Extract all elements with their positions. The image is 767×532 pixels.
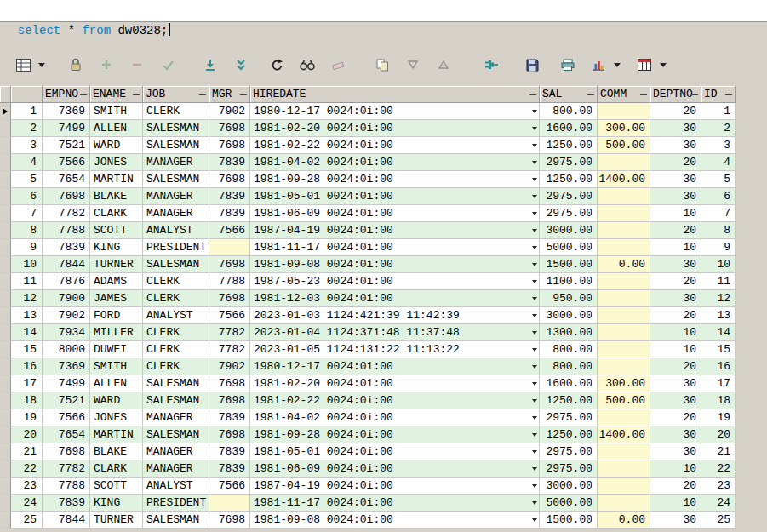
row-number[interactable]: 8 xyxy=(11,222,43,239)
cell-sal[interactable]: 1500.00 xyxy=(540,512,598,529)
cell-id[interactable]: 16 xyxy=(701,358,736,375)
cell-comm[interactable] xyxy=(598,222,650,239)
date-dropdown-icon[interactable] xyxy=(532,297,537,300)
date-dropdown-icon[interactable] xyxy=(532,229,537,232)
cell-mgr[interactable]: 7698 xyxy=(209,426,250,443)
column-resize-grip[interactable] xyxy=(133,94,140,95)
cell-id[interactable]: 5 xyxy=(701,171,736,188)
cell-comm[interactable]: 500.00 xyxy=(598,137,650,154)
row-indicator[interactable] xyxy=(0,120,11,137)
cell-mgr[interactable]: 7698 xyxy=(209,120,250,137)
cell-empno[interactable]: 7566 xyxy=(43,154,90,171)
cell-sal[interactable]: 2975.00 xyxy=(540,188,598,205)
cell-job[interactable]: CLERK xyxy=(143,273,209,290)
row-number[interactable]: 18 xyxy=(11,392,43,409)
cell-sal[interactable]: 800.00 xyxy=(540,358,598,375)
cell-comm[interactable] xyxy=(598,154,650,171)
cell-id[interactable]: 6 xyxy=(701,188,736,205)
cell-ename[interactable]: MARTIN xyxy=(90,171,143,188)
date-dropdown-icon[interactable] xyxy=(532,416,537,420)
cell-job[interactable]: CLERK xyxy=(143,358,209,375)
column-header-job[interactable]: JOB xyxy=(143,86,209,103)
insert-row-button[interactable] xyxy=(94,54,119,76)
row-number[interactable]: 15 xyxy=(11,341,43,358)
cell-empno[interactable]: 7839 xyxy=(43,495,90,512)
cell-comm[interactable]: 1400.00 xyxy=(598,171,650,188)
date-dropdown-icon[interactable] xyxy=(532,263,537,266)
row-number[interactable]: 23 xyxy=(11,478,43,495)
row-number[interactable]: 6 xyxy=(11,188,43,205)
cell-ename[interactable]: MILLER xyxy=(90,324,143,341)
row-indicator[interactable] xyxy=(0,188,11,205)
cell-hiredate[interactable]: 1987-04-19 0024:0i:00 xyxy=(250,478,540,495)
cell-mgr[interactable]: 7839 xyxy=(209,205,250,222)
cell-empno[interactable]: 7654 xyxy=(43,426,90,443)
cell-comm[interactable]: 0.00 xyxy=(598,512,650,529)
cell-mgr[interactable]: 7839 xyxy=(209,154,250,171)
date-dropdown-icon[interactable] xyxy=(532,144,537,147)
row-number[interactable]: 17 xyxy=(11,375,43,392)
cell-hiredate[interactable]: 1987-05-23 0024:0i:00 xyxy=(250,273,540,290)
cell-hiredate[interactable]: 1981-02-20 0024:0i:00 xyxy=(250,375,540,392)
cell-id[interactable]: 20 xyxy=(701,426,736,443)
cell-ename[interactable]: DUWEI xyxy=(90,341,143,358)
column-header-deptno[interactable]: DEPTNO xyxy=(650,86,701,103)
cell-mgr[interactable]: 7839 xyxy=(209,443,250,460)
cell-comm[interactable]: 1400.00 xyxy=(598,426,650,443)
cell-deptno[interactable]: 10 xyxy=(650,495,701,512)
cell-ename[interactable]: TURNER xyxy=(90,512,143,529)
cell-ename[interactable]: MARTIN xyxy=(90,426,143,443)
cell-hiredate[interactable]: 1981-09-28 0024:0i:00 xyxy=(250,426,540,443)
date-dropdown-icon[interactable] xyxy=(532,382,537,386)
cell-id[interactable]: 12 xyxy=(701,290,736,307)
column-header-ename[interactable]: ENAME xyxy=(90,86,143,103)
cell-job[interactable]: SALESMAN xyxy=(143,512,209,529)
cell-ename[interactable]: BLAKE xyxy=(90,188,143,205)
cell-comm[interactable] xyxy=(598,358,650,375)
cell-hiredate[interactable]: 1981-06-09 0024:0i:00 xyxy=(250,460,540,478)
cell-comm[interactable] xyxy=(598,103,650,120)
cell-comm[interactable] xyxy=(598,341,650,358)
cell-mgr[interactable]: 7698 xyxy=(209,137,250,154)
date-dropdown-icon[interactable] xyxy=(532,178,537,181)
row-indicator[interactable] xyxy=(0,460,11,478)
cell-sal[interactable]: 1100.00 xyxy=(540,273,598,290)
date-dropdown-icon[interactable] xyxy=(532,212,537,215)
date-dropdown-icon[interactable] xyxy=(532,314,537,317)
cell-deptno[interactable]: 20 xyxy=(650,307,701,324)
cell-ename[interactable]: CLARK xyxy=(90,205,143,222)
cell-comm[interactable] xyxy=(598,307,650,324)
cell-id[interactable]: 23 xyxy=(701,478,736,495)
cell-hiredate[interactable]: 1981-09-08 0024:0i:00 xyxy=(250,512,540,529)
cell-hiredate[interactable]: 1980-12-17 0024:0i:00 xyxy=(250,358,540,375)
cell-mgr[interactable]: 7839 xyxy=(209,188,250,205)
cell-empno[interactable]: 7369 xyxy=(43,358,90,375)
cell-ename[interactable]: SCOTT xyxy=(90,478,143,495)
cell-hiredate[interactable]: 1981-09-08 0024:0i:00 xyxy=(250,256,540,273)
cell-sal[interactable]: 3000.00 xyxy=(540,478,598,495)
cell-empno[interactable]: 7654 xyxy=(43,171,90,188)
cell-id[interactable]: 13 xyxy=(701,307,736,324)
grid-view-button[interactable] xyxy=(632,54,657,76)
date-dropdown-icon[interactable] xyxy=(532,484,537,488)
cell-comm[interactable] xyxy=(598,273,650,290)
cell-id[interactable]: 1 xyxy=(701,103,736,120)
cell-id[interactable]: 8 xyxy=(701,222,736,239)
cell-ename[interactable]: SCOTT xyxy=(90,222,143,239)
cell-empno[interactable]: 7839 xyxy=(43,239,90,256)
cell-comm[interactable] xyxy=(598,409,650,426)
cell-ename[interactable]: ADAMS xyxy=(90,273,143,290)
cell-sal[interactable]: 1600.00 xyxy=(540,375,598,392)
row-indicator[interactable] xyxy=(0,239,11,256)
cell-job[interactable]: MANAGER xyxy=(143,188,209,205)
column-header-empno[interactable]: EMPNO xyxy=(43,86,90,103)
cell-sal[interactable]: 1250.00 xyxy=(540,392,598,409)
row-indicator[interactable] xyxy=(0,341,11,358)
column-resize-grip[interactable] xyxy=(691,94,698,95)
row-indicator[interactable] xyxy=(0,273,11,290)
row-indicator[interactable] xyxy=(0,478,11,495)
cell-hiredate[interactable]: 1981-04-02 0024:0i:00 xyxy=(250,409,540,426)
cell-empno[interactable]: 7499 xyxy=(43,375,90,392)
cell-deptno[interactable]: 30 xyxy=(650,256,701,273)
cell-id[interactable]: 18 xyxy=(701,392,736,409)
